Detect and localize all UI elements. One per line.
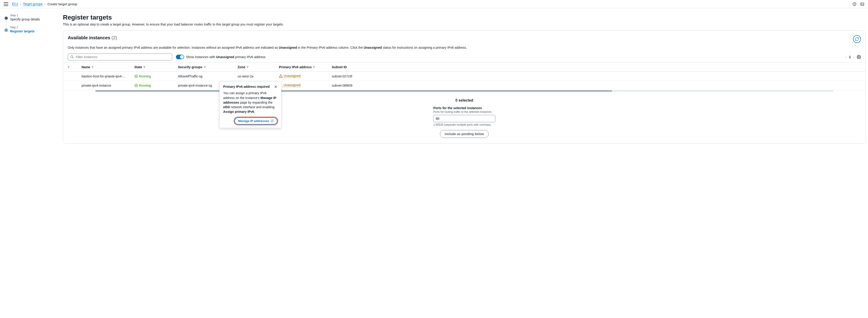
- horizontal-scrollbar[interactable]: [95, 90, 833, 92]
- col-pip6[interactable]: Primary IPv6 address: [279, 65, 312, 69]
- page-title: Register targets: [63, 14, 868, 21]
- cell-sg: AllowAllTraffic-sg: [178, 75, 238, 78]
- wizard-sidebar: Step 1 Specify group details Step 2 Regi…: [0, 8, 57, 149]
- breadcrumb-target-groups[interactable]: Target groups: [23, 2, 43, 6]
- step-marker-icon: [5, 17, 8, 20]
- breadcrumb: EC2 › Target groups › Create target grou…: [12, 2, 77, 6]
- popover-title: Primary IPv6 address required: [223, 85, 270, 88]
- unassigned-toggle[interactable]: [176, 55, 184, 59]
- chevron-right-icon: ›: [44, 2, 46, 6]
- close-icon[interactable]: ✕: [274, 85, 277, 89]
- cell-state: Running: [134, 84, 178, 87]
- wizard-step-2[interactable]: Step 2 Register targets: [5, 26, 53, 33]
- ports-input[interactable]: [433, 115, 495, 122]
- search-input[interactable]: [76, 55, 170, 59]
- popover-body: You can assign a primary IPv6 address on…: [223, 91, 277, 114]
- cell-pip6[interactable]: Unassigned: [279, 83, 332, 88]
- chevron-right-icon: ›: [20, 2, 21, 6]
- cell-pip6[interactable]: Unassigned: [279, 74, 332, 78]
- col-subnet[interactable]: Subnet ID: [332, 65, 347, 69]
- breadcrumb-ec2[interactable]: EC2: [12, 2, 18, 6]
- sort-icon[interactable]: ▽: [68, 66, 69, 68]
- manage-ip-addresses-button[interactable]: Manage IP addresses: [235, 117, 277, 124]
- panel-count: (2): [112, 35, 117, 40]
- svg-rect-1: [861, 3, 864, 5]
- cell-subnet: subnet-027c5f: [332, 75, 364, 78]
- svg-point-2: [71, 56, 73, 58]
- gear-icon[interactable]: [857, 55, 861, 59]
- col-state[interactable]: State: [134, 65, 142, 69]
- search-input-wrapper[interactable]: [68, 54, 172, 60]
- running-check-icon: [134, 75, 138, 78]
- step-marker-active-icon: [5, 28, 8, 32]
- top-bar: EC2 › Target groups › Create target grou…: [0, 0, 868, 8]
- step-2-label: Step 2: [10, 26, 53, 29]
- cell-name: private-ipv4-instance: [82, 84, 134, 87]
- table-row[interactable]: bastion-host-for-priavte-ipv4-... Runnin…: [63, 72, 866, 81]
- col-zone[interactable]: Zone: [238, 65, 245, 69]
- instances-table: ▽ Name▽ State▽ Security groups▽ Zone▽ Pr…: [63, 62, 866, 92]
- selected-count: 0 selected: [63, 98, 866, 103]
- warning-icon: [279, 74, 283, 78]
- cell-name: bastion-host-for-priavte-ipv4-...: [82, 75, 134, 78]
- pager-page: 1: [849, 55, 851, 59]
- ports-sublabel: Ports for routing traffic to the selecte…: [433, 110, 495, 114]
- toggle-label: Show instances with Unassigned primary I…: [186, 55, 266, 59]
- ports-hint: 1-65535 (separate multiple ports with co…: [433, 123, 495, 126]
- page-description: This is an optional step to create a tar…: [63, 23, 868, 26]
- pager-prev[interactable]: ‹: [845, 55, 847, 59]
- panel-note: Only instances that have an assigned pri…: [68, 45, 861, 50]
- panel-title: Available instances: [68, 35, 110, 40]
- search-icon: [70, 55, 74, 59]
- pager-next[interactable]: ›: [853, 55, 855, 59]
- clock-icon[interactable]: [852, 2, 857, 6]
- refresh-icon: [855, 37, 859, 41]
- cell-state: Running: [134, 75, 178, 78]
- menu-icon[interactable]: [4, 2, 8, 6]
- step-1-label: Step 1: [10, 14, 53, 17]
- external-link-icon: [271, 119, 274, 122]
- ports-label: Ports for the selected instances: [433, 106, 495, 110]
- wizard-step-1[interactable]: Step 1 Specify group details: [5, 14, 53, 21]
- running-check-icon: [134, 84, 138, 87]
- ipv6-required-popover: Primary IPv6 address required ✕ You can …: [219, 81, 281, 128]
- step-1-title: Specify group details: [10, 18, 53, 21]
- table-row[interactable]: private-ipv4-instance Running private-ip…: [63, 81, 866, 90]
- svg-point-3: [858, 57, 860, 58]
- cloudshell-icon[interactable]: [860, 2, 864, 6]
- col-name[interactable]: Name: [82, 65, 90, 69]
- cell-subnet: subnet-06f609: [332, 84, 364, 87]
- include-pending-button[interactable]: Include as pending below: [440, 130, 489, 138]
- svg-point-4: [135, 75, 137, 78]
- table-header: ▽ Name▽ State▽ Security groups▽ Zone▽ Pr…: [63, 62, 866, 72]
- refresh-button[interactable]: [853, 35, 861, 43]
- step-2-title: Register targets: [10, 29, 53, 33]
- breadcrumb-current: Create target group: [47, 2, 77, 6]
- available-instances-panel: Available instances (2) Only instances t…: [63, 30, 866, 144]
- cell-zone: us-west-2a: [238, 75, 279, 78]
- svg-point-5: [135, 84, 137, 87]
- col-sg[interactable]: Security groups: [178, 65, 203, 69]
